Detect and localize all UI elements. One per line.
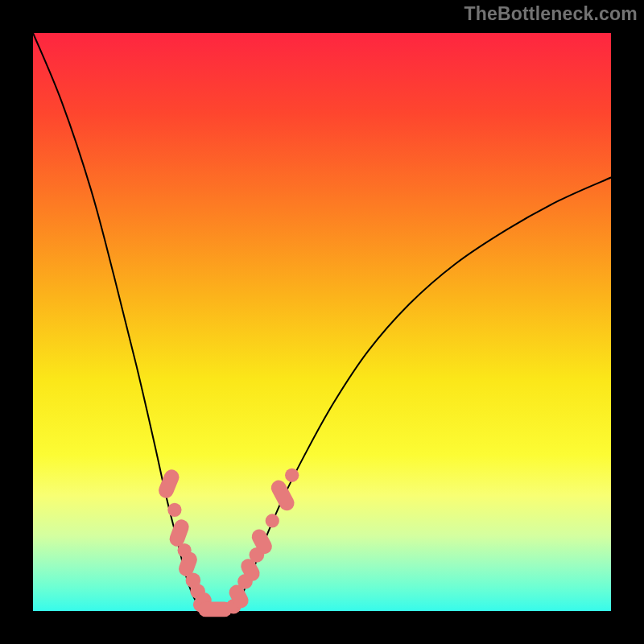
bottleneck-curve	[33, 33, 611, 611]
watermark-label: TheBottleneck.com	[464, 3, 638, 25]
chart-frame: TheBottleneck.com	[0, 0, 644, 644]
marker-pill	[268, 477, 296, 513]
curve-overlay	[33, 33, 611, 611]
marker-dot	[167, 503, 181, 517]
marker-dot	[266, 514, 279, 527]
data-markers	[156, 468, 299, 617]
marker-dot	[285, 469, 299, 482]
plot-area	[33, 33, 611, 611]
marker-pill	[167, 518, 191, 549]
